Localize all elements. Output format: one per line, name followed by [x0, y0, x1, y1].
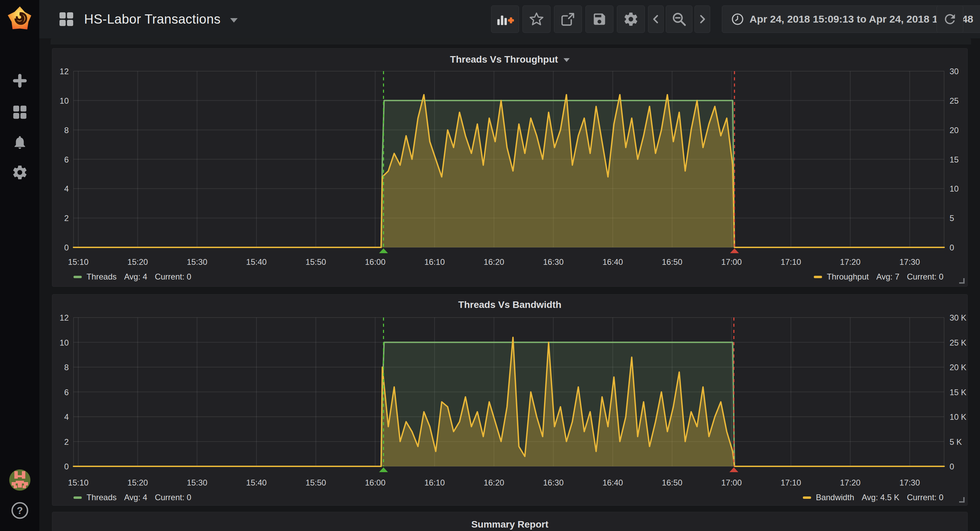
- x-axis-tick: 16:20: [474, 257, 515, 267]
- legend-stat: Current: 0: [155, 272, 191, 282]
- x-axis-tick: 16:20: [474, 478, 515, 488]
- legend-series-name[interactable]: Throughput: [827, 272, 869, 282]
- annotation-marker-icon[interactable]: [379, 249, 388, 253]
- panel-settings-button[interactable]: [617, 5, 645, 33]
- y-axis-right-tick: 15: [950, 155, 977, 164]
- y-axis-left-tick: 12: [54, 67, 69, 76]
- panel-title[interactable]: Threads Vs Throughput: [52, 54, 967, 65]
- chevron-right-icon: [697, 12, 708, 26]
- refresh-button[interactable]: [937, 5, 963, 33]
- sidebar-item-help[interactable]: ?: [0, 500, 39, 521]
- add-panel-icon: [496, 12, 514, 27]
- sidebar: ?: [0, 0, 39, 531]
- x-axis-tick: 17:20: [830, 257, 871, 267]
- legend-swatch-icon[interactable]: [803, 496, 811, 499]
- time-back-button[interactable]: [648, 5, 664, 33]
- legend-item-throughput[interactable]: ThroughputAvg: 7Current: 0: [814, 271, 943, 282]
- x-axis-tick: 16:30: [533, 257, 574, 267]
- y-axis-right-tick: 15 K: [950, 387, 977, 397]
- y-axis-right-tick: 30 K: [950, 313, 977, 323]
- legend-series-name[interactable]: Threads: [86, 272, 116, 282]
- chart-canvas[interactable]: [73, 317, 944, 466]
- x-axis-tick: 16:40: [592, 257, 633, 267]
- zoom-out-icon: [671, 11, 687, 27]
- x-axis-tick: 16:10: [414, 257, 455, 267]
- dashboard-cubes-icon: [58, 11, 75, 27]
- grafana-logo[interactable]: [0, 3, 39, 35]
- x-axis-tick: 17:10: [770, 478, 811, 488]
- avatar[interactable]: [0, 469, 39, 491]
- star-button[interactable]: [522, 5, 550, 33]
- x-axis-tick: 16:40: [592, 478, 633, 488]
- x-axis-tick: 17:20: [830, 478, 871, 488]
- legend-swatch-icon[interactable]: [814, 276, 822, 278]
- x-axis-tick: 15:40: [236, 478, 277, 488]
- y-axis-left-tick: 12: [54, 313, 69, 323]
- legend-stat: Avg: 4: [124, 493, 147, 502]
- gear-icon: [12, 164, 28, 181]
- annotation-marker-icon[interactable]: [729, 467, 738, 472]
- panel-title[interactable]: Threads Vs Bandwidth: [52, 299, 967, 310]
- help-icon: ?: [11, 501, 29, 520]
- save-icon: [592, 12, 607, 27]
- x-axis-tick: 15:30: [177, 478, 218, 488]
- legend-item-bandwidth[interactable]: BandwidthAvg: 4.5 KCurrent: 0: [803, 492, 943, 503]
- chart-canvas[interactable]: [73, 71, 944, 247]
- avatar-image: [9, 469, 31, 491]
- bell-icon: [12, 134, 28, 150]
- title-caret-icon: [230, 18, 238, 22]
- dashboards-grid-icon: [12, 104, 28, 120]
- dashboard-title-group[interactable]: HS-Labor Transactions: [58, 0, 238, 38]
- panel-title-text: Threads Vs Bandwidth: [458, 299, 562, 310]
- share-icon: [560, 11, 576, 27]
- legend-stat: Current: 0: [907, 493, 943, 502]
- annotation-marker-icon[interactable]: [379, 467, 388, 472]
- x-axis-tick: 15:10: [58, 478, 99, 488]
- panel-threads-vs-bandwidth: Threads Vs Bandwidth 12108642030 K25 K20…: [52, 294, 968, 505]
- x-axis-tick: 17:10: [770, 257, 811, 267]
- legend-swatch-icon[interactable]: [73, 496, 82, 499]
- x-axis-tick: 17:00: [711, 478, 752, 488]
- y-axis-left-tick: 10: [54, 338, 69, 348]
- legend-swatch-icon[interactable]: [73, 276, 82, 278]
- panel-summary-report: Summary Report: [52, 512, 968, 531]
- add-panel-button[interactable]: [491, 5, 519, 33]
- y-axis-right-tick: 20: [950, 126, 977, 135]
- panel-title-text: Threads Vs Throughput: [450, 54, 558, 65]
- y-axis-right-tick: 5 K: [950, 437, 977, 447]
- zoom-out-button[interactable]: [666, 5, 692, 33]
- x-axis-tick: 17:30: [889, 478, 930, 488]
- page-title: HS-Labor Transactions: [84, 12, 221, 27]
- panel-title[interactable]: Summary Report: [52, 519, 967, 530]
- legend-item-threads[interactable]: ThreadsAvg: 4Current: 0: [73, 271, 191, 282]
- star-icon: [529, 11, 544, 27]
- plus-icon: [12, 73, 28, 89]
- gear-icon: [623, 11, 639, 27]
- sidebar-item-configuration[interactable]: [0, 163, 39, 182]
- y-axis-left-tick: 2: [54, 214, 69, 223]
- time-forward-button[interactable]: [694, 5, 710, 33]
- panel-resize-handle[interactable]: [959, 278, 965, 284]
- legend-stat: Avg: 4.5 K: [862, 493, 899, 502]
- y-axis-left-tick: 2: [54, 437, 69, 447]
- panel-resize-handle[interactable]: [959, 497, 965, 502]
- x-axis-tick: 16:30: [533, 478, 574, 488]
- x-axis-tick: 16:00: [355, 257, 396, 267]
- clock-icon: [731, 13, 744, 26]
- legend-series-name[interactable]: Threads: [86, 493, 116, 502]
- legend-item-threads[interactable]: ThreadsAvg: 4Current: 0: [73, 492, 191, 503]
- y-axis-right-tick: 30: [950, 67, 977, 76]
- sidebar-item-alerting[interactable]: [0, 133, 39, 152]
- sidebar-item-dashboards[interactable]: [0, 103, 39, 122]
- y-axis-left-tick: 4: [54, 184, 69, 194]
- sidebar-item-create[interactable]: [0, 71, 39, 90]
- annotation-marker-icon[interactable]: [730, 249, 739, 253]
- y-axis-left-tick: 0: [54, 462, 69, 472]
- refresh-icon: [942, 12, 958, 27]
- x-axis-tick: 15:20: [117, 257, 158, 267]
- legend-series-name[interactable]: Bandwidth: [816, 493, 854, 502]
- x-axis-tick: 16:00: [355, 478, 396, 488]
- y-axis-right-tick: 25 K: [950, 338, 977, 348]
- save-button[interactable]: [585, 5, 613, 33]
- share-button[interactable]: [554, 5, 582, 33]
